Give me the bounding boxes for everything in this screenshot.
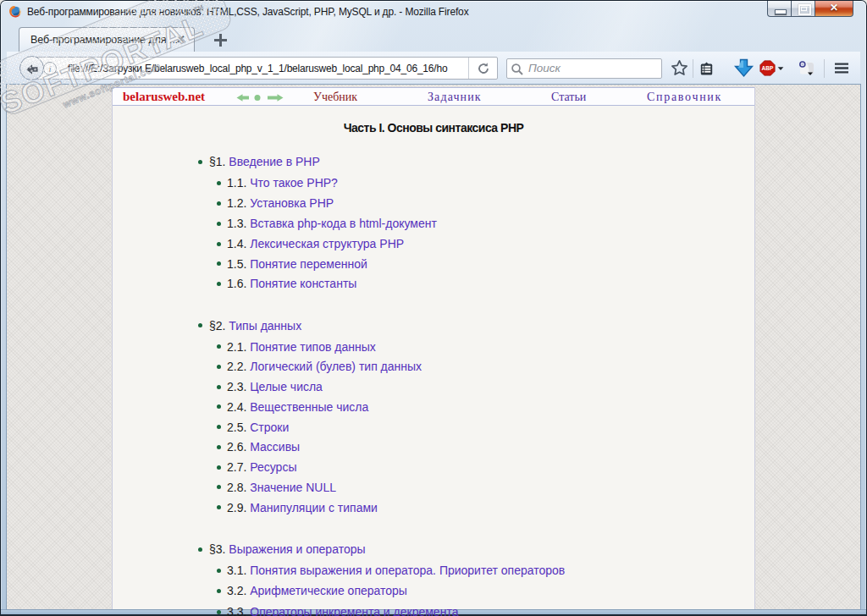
svg-text:ABP: ABP	[762, 65, 775, 71]
